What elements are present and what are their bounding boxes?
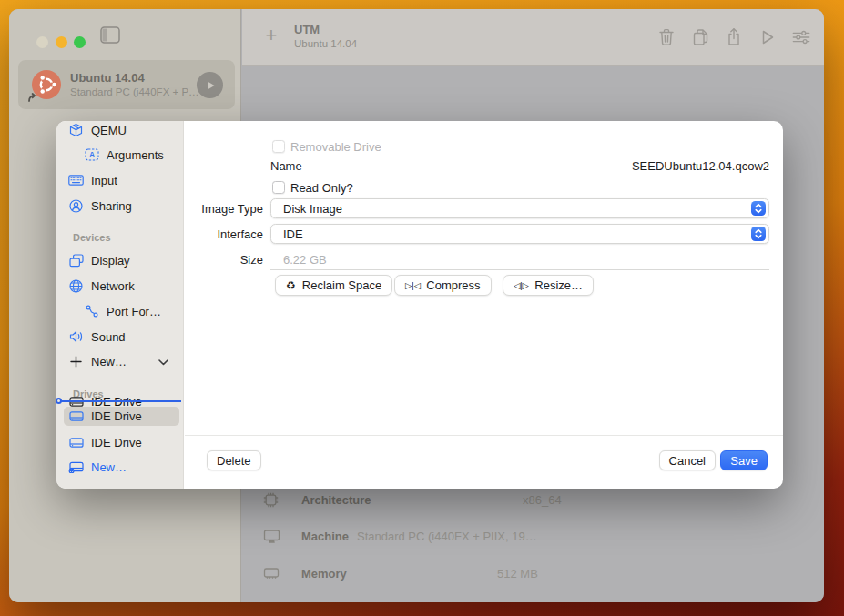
devices-section-header: Devices [73, 232, 111, 243]
sidebar-item-sound[interactable]: Sound [67, 327, 179, 347]
detail-row-architecture: Architecture x86_64 [263, 491, 815, 510]
globe-icon [67, 279, 85, 293]
drop-indicator-line [61, 400, 181, 402]
vm-name: Ubuntu 14.04 [70, 71, 145, 85]
sidebar-item-label: New… [91, 355, 127, 369]
chevron-down-icon[interactable] [158, 355, 168, 369]
drive-icon [263, 601, 280, 602]
size-field-underline [270, 269, 769, 270]
sidebar-item-label: Display [91, 254, 130, 268]
drive-settings-dialog: QEMU A Arguments Input Sharing Devices [56, 121, 783, 489]
sidebar-item-label: New… [91, 460, 127, 474]
read-only-label: Read Only? [290, 181, 353, 195]
drive-icon [67, 437, 85, 449]
sidebar-item-label: Input [91, 174, 117, 187]
image-type-label: Image Type [185, 202, 263, 216]
interface-value: IDE [283, 227, 303, 241]
settings-sidebar: QEMU A Arguments Input Sharing Devices [56, 121, 184, 489]
memory-chip-icon [263, 566, 280, 583]
sidebar-item-qemu[interactable]: QEMU [67, 121, 179, 140]
vm-list-item-ubuntu[interactable]: Ubuntu 14.04 Standard PC (i440FX + P… [18, 60, 235, 109]
detail-row-machine: Machine Standard PC (i440FX + PIIX, 19… [263, 528, 815, 546]
svg-text:A: A [88, 150, 94, 159]
detail-row-size: Size 5.51 GB [263, 601, 815, 602]
sidebar-item-label: Sharing [91, 199, 132, 213]
cancel-button[interactable]: Cancel [659, 450, 716, 470]
keyboard-icon [67, 175, 85, 186]
monitor-icon [263, 529, 280, 548]
delete-button[interactable]: Delete [207, 450, 261, 470]
sidebar-item-label: QEMU [91, 124, 127, 137]
resize-button[interactable]: ◁|▷ Resize… [503, 275, 594, 296]
sidebar-item-sharing[interactable]: Sharing [67, 196, 179, 216]
argument-box-icon: A [83, 148, 100, 161]
cpu-chip-icon [263, 492, 279, 511]
sidebar-item-label: Sound [91, 330, 126, 344]
run-vm-icon[interactable] [758, 25, 778, 49]
sidebar-item-ide-drive-3[interactable]: IDE Drive [67, 432, 179, 452]
settings-sliders-icon[interactable] [791, 25, 811, 49]
removable-drive-checkbox [272, 140, 285, 153]
sidebar-item-input[interactable]: Input [67, 170, 179, 190]
read-only-checkbox[interactable] [272, 181, 285, 194]
new-vm-button[interactable]: + [262, 25, 280, 46]
share-icon[interactable] [724, 25, 744, 49]
delete-vm-icon[interactable] [656, 25, 676, 49]
recycle-icon: ♻ [286, 279, 296, 292]
compress-icon: ▷|◁ [405, 280, 420, 290]
cube-icon [67, 123, 85, 137]
window-title: UTM [294, 23, 357, 36]
image-type-value: Disk Image [283, 202, 342, 216]
windows-overlap-icon [67, 254, 85, 268]
window-subtitle: Ubuntu 14.04 [294, 38, 357, 49]
image-type-select[interactable]: Disk Image [270, 198, 769, 218]
sidebar-item-network[interactable]: Network [67, 276, 179, 296]
sidebar-item-display[interactable]: Display [67, 250, 179, 270]
sidebar-item-new-device[interactable]: New… [67, 351, 179, 371]
vm-play-button[interactable] [197, 72, 223, 98]
size-label: Size [185, 253, 263, 267]
shortcut-arrow-icon [27, 90, 38, 101]
duplicate-vm-icon[interactable] [690, 25, 710, 49]
port-forward-icon [83, 305, 100, 318]
vm-machine-subtitle: Standard PC (i440FX + P… [70, 86, 198, 97]
sidebar-item-new-drive[interactable]: New… [67, 457, 179, 477]
plus-icon [67, 356, 85, 368]
reclaim-space-button[interactable]: ♻ Reclaim Space [275, 275, 392, 296]
sidebar-item-port-forward[interactable]: Port For… [67, 301, 179, 321]
sidebar-item-label: Network [91, 279, 135, 293]
drive-new-icon [67, 460, 85, 473]
speaker-icon [67, 330, 85, 343]
dropdown-stepper-icon [751, 227, 766, 241]
detail-row-memory: Memory 512 MB [263, 565, 815, 583]
person-circle-icon [67, 199, 85, 213]
zoom-window-button[interactable] [74, 36, 86, 48]
close-window-button[interactable] [36, 36, 48, 48]
name-label: Name [270, 159, 302, 173]
minimize-window-button[interactable] [56, 36, 67, 48]
interface-select[interactable]: IDE [270, 224, 769, 244]
interface-label: Interface [185, 227, 263, 241]
toggle-sidebar-icon[interactable] [100, 26, 120, 44]
footer-divider [185, 435, 783, 436]
dropdown-stepper-icon [751, 201, 766, 216]
resize-icon: ◁|▷ [514, 280, 528, 290]
size-value: 6.22 GB [283, 253, 327, 267]
sidebar-item-arguments[interactable]: A Arguments [67, 145, 179, 165]
window-title-group: UTM Ubuntu 14.04 [294, 23, 357, 49]
name-value: SEEDUbuntu12.04.qcow2 [632, 159, 769, 173]
save-button[interactable]: Save [720, 450, 768, 470]
sidebar-item-label: Port For… [107, 305, 161, 318]
compress-button[interactable]: ▷|◁ Compress [394, 275, 492, 296]
drive-icon [67, 410, 85, 422]
drive-settings-form: Removable Drive Name SEEDUbuntu12.04.qco… [185, 121, 783, 489]
sidebar-item-label: IDE Drive [91, 436, 142, 449]
window-toolbar: + UTM Ubuntu 14.04 [242, 9, 824, 66]
sidebar-item-label: Arguments [107, 148, 164, 162]
removable-drive-label: Removable Drive [290, 140, 381, 154]
